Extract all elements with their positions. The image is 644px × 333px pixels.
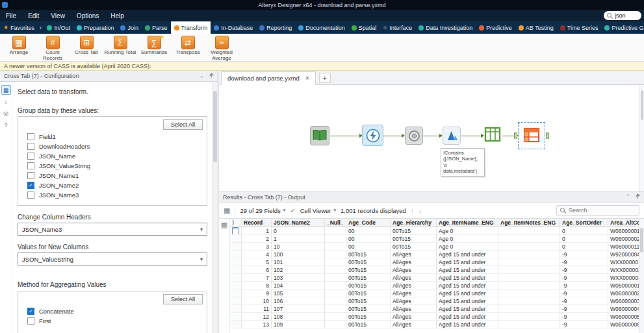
table-row[interactable]: 1010600To15AllAgesAged 15 and under-9W06… <box>230 297 644 305</box>
ribbon-tab-documentation[interactable]: Documentation <box>295 21 348 34</box>
goto-record-icon[interactable]: ⟩ <box>232 219 235 226</box>
palette-tool-arrange[interactable]: ▦Arrange <box>3 35 35 56</box>
palette-tool-weighted-average[interactable]: ≈Weighted Average <box>205 35 238 62</box>
palette-tool-running-total[interactable]: ΣRunning Total <box>104 35 136 56</box>
table-row[interactable]: 710300To15AllAgesAged 15 and under-9WXX0… <box>230 274 644 282</box>
table-row[interactable]: 3100000To15Age 00W06000011 <box>230 243 644 251</box>
pin-icon[interactable] <box>635 193 640 201</box>
results-search[interactable] <box>556 205 639 216</box>
ribbon-tab-data-investigation[interactable]: Data Investigation <box>415 21 476 34</box>
scroll-up-icon[interactable]: ↑ <box>411 207 414 214</box>
input-anchor[interactable] <box>514 133 517 139</box>
checkbox-concatenate[interactable]: ✓ <box>27 308 34 315</box>
table-row[interactable]: 100000To15Age 00W06000001 <box>230 227 644 235</box>
column-header-record[interactable]: Record <box>242 219 272 227</box>
palette-tool-cross-tab[interactable]: ⊞Cross Tab <box>70 35 103 56</box>
ribbon-tab-interface[interactable]: ◆Interface <box>380 21 415 34</box>
menu-edit[interactable]: Edit <box>22 11 45 21</box>
connection-line[interactable] <box>383 136 404 136</box>
column-header-age-itemname-eng[interactable]: Age_ItemName_ENG <box>437 219 498 227</box>
agg-select-all-button[interactable]: Select All <box>163 294 203 304</box>
json-parse-tool[interactable] <box>405 127 423 145</box>
group-select-all-button[interactable]: Select All <box>163 119 203 130</box>
menu-view[interactable]: View <box>45 11 71 21</box>
group-field-field1[interactable]: Field1 <box>22 132 203 142</box>
apply-check-icon[interactable]: ✓ <box>290 207 295 214</box>
ribbon-tab-transform[interactable]: Transform <box>171 21 211 34</box>
column-header-json-name2[interactable]: JSON_Name2 <box>272 219 325 227</box>
values-dropdown[interactable]: JSON_ValueString ▾ <box>18 253 207 265</box>
checkbox-json-name2[interactable]: ✓ <box>27 182 34 189</box>
ribbon-tab-predictive-gro[interactable]: Predictive Gro <box>601 21 644 34</box>
ribbon-tab-reporting[interactable]: Reporting <box>256 21 295 34</box>
group-field-json-name[interactable]: JSON_Name <box>22 151 203 161</box>
ribbon-tab-favorites[interactable]: ★Favorites <box>0 21 38 34</box>
group-field-json-name1[interactable]: JSON_Name1 <box>22 171 203 180</box>
menu-help[interactable]: Help <box>105 11 130 21</box>
checkbox-json-valuestring[interactable] <box>27 162 34 169</box>
checkbox-json-name3[interactable] <box>27 191 34 199</box>
connection-line[interactable] <box>423 136 442 136</box>
help-tab-icon[interactable]: ? <box>1 120 11 130</box>
checkbox-json-name[interactable] <box>27 153 34 160</box>
ribbon-tab-in-out[interactable]: In/Out <box>44 21 73 34</box>
ribbon-tab-predictive[interactable]: Predictive <box>476 21 515 34</box>
workflow-document-tab[interactable]: download and parse.yxmd × <box>221 71 316 85</box>
group-field-json-name2[interactable]: ✓JSON_Name2 <box>22 180 203 190</box>
ribbon-tab-spatial[interactable]: Spatial <box>348 21 380 34</box>
table-row[interactable]: 810400To15AllAgesAged 15 and under-9W060… <box>230 282 644 290</box>
fields-dropdown[interactable]: 29 of 29 Fields ▾ <box>240 207 285 214</box>
global-search[interactable] <box>604 11 641 20</box>
ribbon-scroll-left-icon[interactable]: ‹ <box>38 21 44 34</box>
table-row[interactable]: 510100To15AllAgesAged 15 and under-9WXX0… <box>230 258 644 266</box>
output-anchor[interactable] <box>546 133 549 139</box>
cell-viewer-dropdown[interactable]: Cell Viewer ▾ <box>300 207 336 214</box>
ribbon-tab-preparation[interactable]: Preparation <box>73 21 118 34</box>
change-headers-dropdown[interactable]: JSON_Name3 ▾ <box>18 223 207 236</box>
filter-tool[interactable] <box>443 127 461 145</box>
table-row[interactable]: 1210800To15AllAgesAged 15 and under-9W06… <box>230 313 644 321</box>
checkbox-downloadheaders[interactable] <box>27 143 34 150</box>
pin-icon[interactable] <box>209 73 214 80</box>
group-field-downloadheaders[interactable]: DownloadHeaders <box>22 142 203 151</box>
checkbox-json-name1[interactable] <box>27 172 34 179</box>
menu-options[interactable]: Options <box>71 11 105 21</box>
grid-view-icon[interactable]: ▦ <box>221 221 227 228</box>
download-tool[interactable] <box>362 125 383 146</box>
ribbon-tab-ab-testing[interactable]: AB Testing <box>515 21 557 34</box>
cross-tab-tool-selected[interactable] <box>518 122 545 149</box>
annotation-tab-icon[interactable]: ◎ <box>1 108 11 118</box>
select-tool[interactable] <box>484 127 501 143</box>
table-row[interactable]: 210000To15Age 00W06000002 <box>230 235 644 243</box>
configuration-tab-icon[interactable]: ▦ <box>1 85 11 95</box>
config-scrollbar-thumb[interactable] <box>213 91 217 162</box>
navigation-tab-icon[interactable]: ↕ <box>1 97 11 106</box>
column-header-age-hierarchy[interactable]: Age_Hierarchy <box>391 219 437 227</box>
agg-method-first[interactable]: First <box>22 316 203 326</box>
column-header-null[interactable]: _Null_ <box>325 219 346 227</box>
connection-line[interactable] <box>461 136 483 136</box>
canvas-vertical-scrollbar[interactable] <box>639 85 644 191</box>
palette-tool-count-records[interactable]: #Count Records <box>36 35 69 62</box>
table-row[interactable]: 1310900To15AllAgesAged 15 and under-9W06… <box>230 321 644 328</box>
workflow-canvas[interactable]: !Contains ([JSON_Name], 'o data.metadata… <box>219 85 644 192</box>
canvas-scrollbar-thumb[interactable] <box>641 90 643 120</box>
configuration-panel-header[interactable]: Cross Tab (7) - Configuration ⌄ <box>0 71 218 82</box>
input-data-tool[interactable] <box>310 126 329 145</box>
column-header-age-code[interactable]: Age_Code <box>346 219 391 227</box>
column-header-age-itemnotes-eng[interactable]: Age_ItemNotes_ENG <box>498 219 560 227</box>
checkbox-field1[interactable] <box>27 133 34 140</box>
group-field-json-name3[interactable]: JSON_Name3 <box>22 190 203 200</box>
agg-method-concatenate[interactable]: ✓Concatenate <box>22 306 203 316</box>
close-icon[interactable]: × <box>305 75 309 82</box>
scroll-down-icon[interactable]: ↓ <box>419 207 422 214</box>
ribbon-tab-parse[interactable]: Parse <box>142 21 171 34</box>
palette-tool-transpose[interactable]: ⇄Transpose <box>172 35 204 56</box>
tool-annotation[interactable]: !Contains ([JSON_Name], 'o data.metadata… <box>441 148 485 177</box>
palette-tool-summarize[interactable]: ∑★Summarize <box>138 35 170 56</box>
table-row[interactable]: 610200To15AllAgesAged 15 and under-9WXX0… <box>230 266 644 274</box>
record-doc-icon[interactable] <box>232 227 238 235</box>
results-search-input[interactable] <box>569 207 627 214</box>
results-header[interactable]: Results - Cross Tab (7) - Output ⌃ <box>219 192 644 203</box>
connection-line[interactable] <box>330 136 362 136</box>
